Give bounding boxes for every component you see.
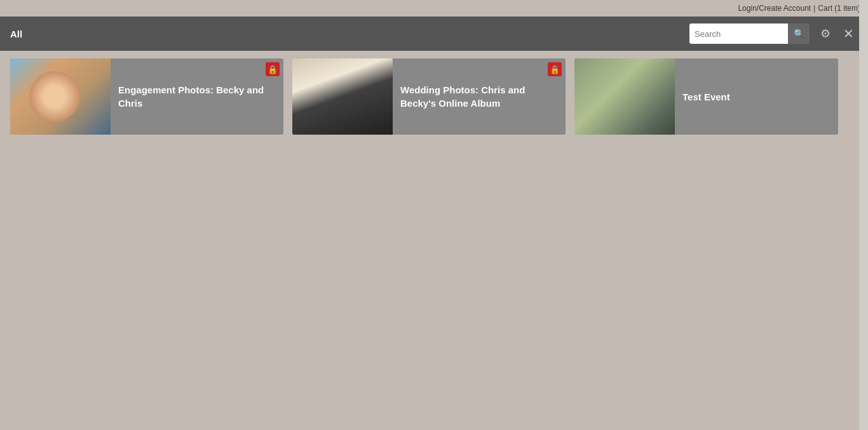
gallery-thumb-2 (292, 58, 393, 135)
lock-icon-2: 🔒 (550, 65, 560, 74)
lock-badge-2: 🔒 (548, 62, 562, 76)
gallery: Engagement Photos: Becky and Chris 🔒 Wed… (0, 51, 868, 142)
search-input[interactable] (689, 24, 788, 44)
login-link[interactable]: Login/Create Account (738, 4, 811, 13)
gallery-title-2: Wedding Photos: Chris and Becky's Online… (393, 83, 566, 110)
gallery-card-3[interactable]: Test Event (574, 58, 838, 135)
all-label: All (10, 29, 22, 39)
search-container: 🔍 ⚙ ✕ (689, 24, 858, 44)
gallery-title-3: Test Event (675, 90, 738, 104)
settings-button[interactable]: ⚙ (815, 24, 836, 44)
gallery-thumb-3 (574, 58, 675, 135)
top-bar: Login/Create Account | Cart (1 item) (0, 0, 868, 17)
gallery-thumb-1 (10, 58, 111, 135)
lock-badge-1: 🔒 (266, 62, 280, 76)
gallery-title-1: Engagement Photos: Becky and Chris (111, 83, 283, 110)
separator: | (813, 4, 815, 13)
nav-bar: All 🔍 ⚙ ✕ (0, 17, 868, 51)
close-icon: ✕ (843, 26, 854, 41)
gallery-card-2[interactable]: Wedding Photos: Chris and Becky's Online… (292, 58, 566, 135)
search-button[interactable]: 🔍 (788, 24, 810, 44)
gallery-card-1[interactable]: Engagement Photos: Becky and Chris 🔒 (10, 58, 283, 135)
cart-link[interactable]: Cart (1 item) (818, 4, 860, 13)
search-icon: 🔍 (794, 29, 804, 39)
lock-icon-1: 🔒 (268, 65, 278, 74)
close-button[interactable]: ✕ (839, 24, 858, 43)
gear-icon: ⚙ (820, 27, 831, 41)
